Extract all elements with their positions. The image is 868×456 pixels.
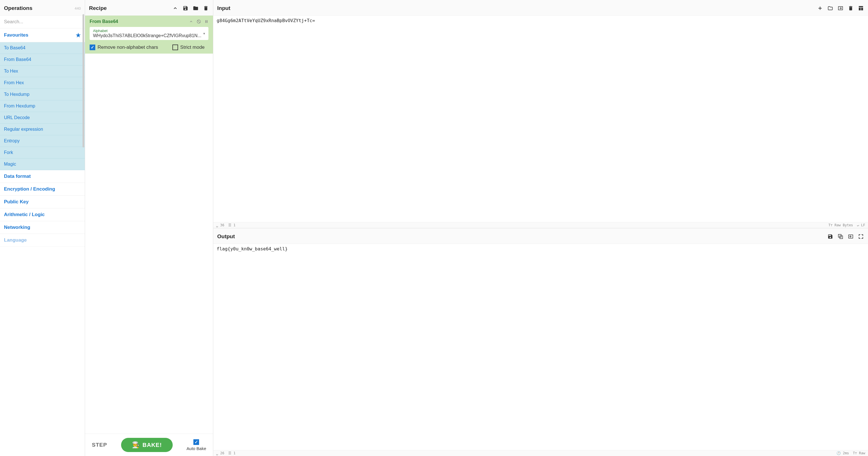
output-header: Output [213, 228, 868, 244]
alphabet-field[interactable]: Alphabet WHydo3sThiS7ABLElO0k5trange+CZf… [90, 27, 209, 40]
operation-icons [189, 19, 209, 24]
folder-icon[interactable] [192, 5, 199, 11]
op-item[interactable]: From Base64 [0, 54, 85, 65]
operation-title-row: From Base64 [90, 19, 209, 24]
collapse-icon[interactable] [172, 5, 178, 11]
clear-input-icon[interactable] [847, 5, 854, 11]
svg-rect-6 [861, 8, 863, 10]
category-networking[interactable]: Networking [0, 221, 85, 234]
checkbox-checked-icon [193, 439, 199, 445]
recipe-header-icons [172, 5, 209, 11]
output-encoding[interactable]: Tᴛ Raw [853, 451, 865, 455]
input-char-count: ␣ 36 [216, 223, 224, 227]
copy-output-icon[interactable] [837, 233, 844, 240]
save-icon[interactable] [182, 5, 189, 11]
svg-rect-4 [859, 6, 863, 7]
input-eol[interactable]: ↵ LF [857, 223, 865, 227]
input-area: Input g84Gg6m2ATtVeYqUZ9xRnaBpBvOVZYtj+T… [213, 0, 868, 228]
favourites-label: Favourites [4, 32, 28, 38]
operations-title: Operations [4, 5, 32, 11]
checkbox-unchecked-icon [173, 44, 178, 50]
reset-layout-icon[interactable] [858, 5, 864, 11]
operations-list[interactable]: Favourites ★ To Base64 From Base64 To He… [0, 28, 85, 456]
input-text[interactable]: g84Gg6m2ATtVeYqUZ9xRnaBpBvOVZYtj+Tc= [213, 16, 868, 222]
input-icons [817, 5, 864, 11]
operations-pane: Operations 440 Favourites ★ To Base64 Fr… [0, 0, 85, 456]
operations-count: 440 [74, 6, 81, 10]
disable-icon[interactable] [196, 19, 201, 24]
op-item[interactable]: To Base64 [0, 42, 85, 54]
recipe-title: Recipe [89, 5, 106, 11]
category-arithmetic[interactable]: Arithmetic / Logic [0, 208, 85, 221]
scrollbar[interactable] [83, 14, 84, 148]
category-favourites[interactable]: Favourites ★ [0, 28, 85, 42]
open-folder-icon[interactable] [827, 5, 833, 11]
op-item[interactable]: To Hexdump [0, 89, 85, 100]
svg-rect-2 [207, 20, 207, 23]
replace-input-icon[interactable] [847, 233, 854, 240]
star-icon: ★ [76, 32, 81, 38]
operations-header: Operations 440 [0, 0, 85, 16]
op-item[interactable]: URL Decode [0, 112, 85, 124]
bake-button[interactable]: 👨‍🍳 BAKE! [121, 438, 173, 452]
output-area: Output flag{y0u_kn0w_base64_well} ␣ 26 ☰… [213, 228, 868, 456]
dropdown-icon[interactable]: ▼ [203, 32, 206, 35]
op-item[interactable]: Regular expression [0, 124, 85, 135]
search-input[interactable] [0, 16, 85, 28]
operation-name: From Base64 [90, 19, 118, 24]
output-status-bar: ␣ 26 ☰ 1 🕐 2ms Tᴛ Raw [213, 450, 868, 456]
output-icons [827, 233, 864, 240]
remove-non-alphabet-checkbox[interactable]: Remove non-alphabet chars [90, 44, 158, 50]
add-tab-icon[interactable] [817, 5, 823, 11]
recipe-footer: STEP 👨‍🍳 BAKE! Auto Bake [85, 434, 213, 456]
category-language[interactable]: Language [0, 234, 85, 247]
svg-rect-5 [859, 8, 861, 10]
output-line-count: ☰ 1 [228, 451, 235, 455]
alphabet-label: Alphabet [93, 29, 205, 33]
input-line-count: ☰ 1 [228, 223, 235, 227]
checkbox-checked-icon [90, 44, 95, 50]
op-item[interactable]: From Hexdump [0, 100, 85, 112]
checkbox-row: Remove non-alphabet chars Strict mode [90, 44, 209, 50]
recipe-pane: Recipe From Base64 Alphabet WHydo3sThiS7… [85, 0, 213, 456]
pause-icon[interactable] [205, 20, 209, 24]
category-encryption[interactable]: Encryption / Encoding [0, 183, 85, 196]
remove-label: Remove non-alphabet chars [97, 44, 158, 50]
auto-bake-toggle[interactable]: Auto Bake [187, 439, 206, 451]
category-public-key[interactable]: Public Key [0, 196, 85, 208]
op-item[interactable]: Magic [0, 158, 85, 170]
recipe-body: From Base64 Alphabet WHydo3sThiS7ABLElO0… [85, 16, 213, 434]
input-status-bar: ␣ 36 ☰ 1 Tᴛ Raw Bytes ↵ LF [213, 222, 868, 228]
category-data-format[interactable]: Data format [0, 170, 85, 183]
output-text[interactable]: flag{y0u_kn0w_base64_well} [213, 244, 868, 450]
io-pane: Input g84Gg6m2ATtVeYqUZ9xRnaBpBvOVZYtj+T… [213, 0, 868, 456]
op-item[interactable]: Entropy [0, 135, 85, 147]
input-title: Input [217, 5, 230, 11]
strict-mode-checkbox[interactable]: Strict mode [173, 44, 205, 50]
chef-icon: 👨‍🍳 [132, 441, 140, 449]
bake-label: BAKE! [143, 442, 162, 448]
input-header: Input [213, 0, 868, 16]
maximize-icon[interactable] [858, 233, 864, 240]
trash-icon[interactable] [203, 5, 209, 11]
op-item[interactable]: From Hex [0, 77, 85, 89]
output-title: Output [217, 233, 235, 240]
save-output-icon[interactable] [827, 233, 833, 240]
chevron-up-icon[interactable] [189, 20, 193, 24]
auto-bake-label: Auto Bake [187, 446, 206, 451]
strict-label: Strict mode [180, 44, 205, 50]
svg-rect-1 [206, 20, 206, 23]
output-time: 🕐 2ms [837, 451, 849, 455]
output-char-count: ␣ 26 [216, 451, 224, 455]
step-button[interactable]: STEP [92, 442, 107, 448]
alphabet-value: WHydo3sThiS7ABLElO0k5trange+CZfVIGRvup81… [93, 33, 205, 38]
input-encoding[interactable]: Tᴛ Raw Bytes [829, 223, 853, 227]
open-file-icon[interactable] [837, 5, 844, 11]
op-item[interactable]: Fork [0, 147, 85, 158]
recipe-operation-block: From Base64 Alphabet WHydo3sThiS7ABLElO0… [85, 16, 213, 54]
recipe-header: Recipe [85, 0, 213, 16]
op-item[interactable]: To Hex [0, 65, 85, 77]
